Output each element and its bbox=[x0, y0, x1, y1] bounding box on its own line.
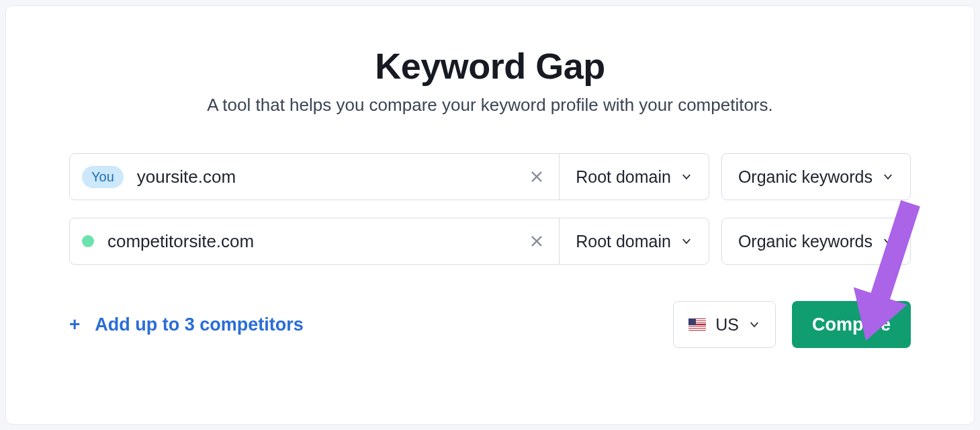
domain-row: Root domain Organic keywords bbox=[69, 218, 911, 265]
domain-input-group: You Root domain bbox=[69, 153, 709, 200]
clear-input-button[interactable] bbox=[527, 167, 547, 187]
close-icon bbox=[529, 169, 544, 184]
chevron-down-icon bbox=[882, 171, 894, 183]
scope-label: Root domain bbox=[576, 232, 671, 251]
chevron-down-icon bbox=[680, 171, 693, 183]
chevron-down-icon bbox=[748, 318, 760, 331]
keyword-type-select[interactable]: Organic keywords bbox=[721, 153, 911, 200]
add-competitors-link[interactable]: + Add up to 3 competitors bbox=[69, 314, 304, 335]
your-domain-input[interactable] bbox=[136, 166, 515, 188]
bottom-actions: + Add up to 3 competitors US Compare bbox=[69, 301, 911, 348]
country-select[interactable]: US bbox=[673, 301, 776, 348]
domain-input-group: Root domain bbox=[69, 218, 709, 265]
compare-button[interactable]: Compare bbox=[792, 301, 911, 348]
plus-icon: + bbox=[69, 314, 80, 335]
keyword-type-label: Organic keywords bbox=[738, 167, 873, 187]
domain-input-wrap: You bbox=[70, 154, 559, 200]
keyword-type-select[interactable]: Organic keywords bbox=[721, 218, 911, 265]
right-actions: US Compare bbox=[673, 301, 911, 348]
scope-label: Root domain bbox=[576, 167, 671, 187]
scope-select[interactable]: Root domain bbox=[559, 154, 709, 200]
page-subtitle: A tool that helps you compare your keywo… bbox=[69, 95, 911, 116]
domain-input-wrap bbox=[70, 218, 559, 264]
close-icon bbox=[529, 234, 544, 249]
competitor-dot-icon bbox=[82, 235, 94, 247]
domain-row: You Root domain Organic keywords bbox=[69, 153, 911, 200]
competitor-domain-input[interactable] bbox=[106, 230, 515, 253]
keyword-gap-card: Keyword Gap A tool that helps you compar… bbox=[5, 5, 975, 425]
scope-select[interactable]: Root domain bbox=[559, 218, 709, 264]
chevron-down-icon bbox=[882, 235, 894, 247]
country-code-label: US bbox=[715, 315, 739, 335]
us-flag-icon bbox=[688, 318, 706, 331]
add-competitors-label: Add up to 3 competitors bbox=[95, 314, 304, 335]
you-badge: You bbox=[82, 166, 124, 188]
page-title: Keyword Gap bbox=[69, 45, 911, 87]
chevron-down-icon bbox=[680, 235, 693, 247]
keyword-type-label: Organic keywords bbox=[738, 232, 873, 251]
clear-input-button[interactable] bbox=[527, 231, 547, 251]
